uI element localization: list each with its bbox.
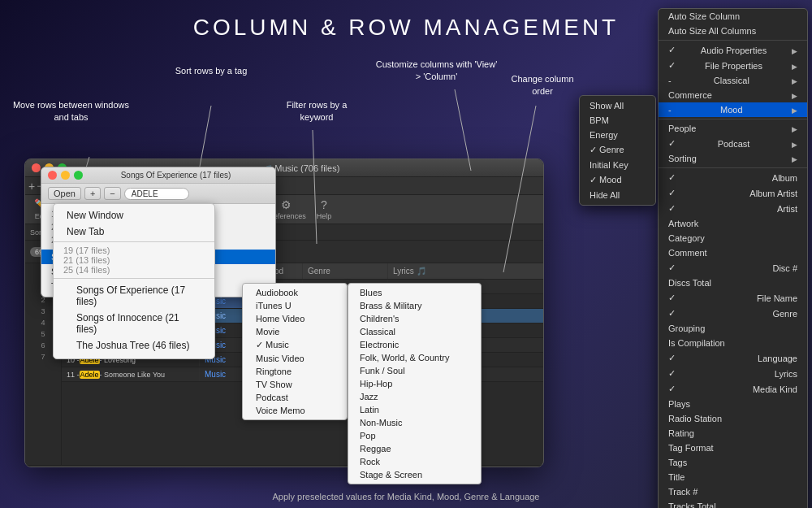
ctx-separator-2: [54, 278, 214, 279]
sub-mood[interactable]: Mood: [580, 172, 655, 188]
col-auto-size[interactable]: Auto Size Column: [659, 9, 807, 24]
gd-jazz[interactable]: Jazz: [348, 390, 481, 403]
sub-bpm[interactable]: BPM: [580, 113, 655, 128]
popup-minimize-button[interactable]: [61, 171, 70, 180]
popup-remove-button[interactable]: −: [104, 187, 120, 200]
gd-rock[interactable]: Rock: [348, 455, 481, 468]
annotation-filter-rows: Filter rows by a keyword: [272, 99, 361, 124]
popup-maximize-button[interactable]: [74, 171, 83, 180]
mood-submenu: Show All BPM Energy Genre Initial Key Mo…: [579, 95, 656, 206]
gd-classical[interactable]: Classical: [348, 325, 481, 338]
md-audiobook[interactable]: Audiobook: [243, 286, 347, 299]
gd-stage-screen[interactable]: Stage & Screen: [348, 468, 481, 481]
popup-add-button[interactable]: +: [84, 187, 101, 200]
col-tracks-total[interactable]: Tracks Total: [659, 499, 807, 508]
context-menu: New Window New Tab 19 (17 files) 21 (13 …: [53, 203, 215, 359]
popup-title: Songs Of Experience (17 files): [83, 171, 269, 180]
popup-close-button[interactable]: [48, 171, 57, 180]
col-tag-format[interactable]: Tag Format: [659, 441, 807, 455]
sub-show-all[interactable]: Show All: [580, 98, 655, 113]
gd-brass-military[interactable]: Brass & Military: [348, 299, 481, 312]
gd-pop[interactable]: Pop: [348, 429, 481, 442]
ctx-separator: [54, 241, 214, 242]
col-header-genre[interactable]: Genre: [303, 263, 388, 279]
help-button[interactable]: ? Help: [313, 197, 336, 222]
md-movie[interactable]: Movie: [243, 325, 347, 338]
col-podcast[interactable]: Podcast: [659, 136, 807, 151]
col-artist[interactable]: Artist: [659, 201, 807, 216]
md-tv-show[interactable]: TV Show: [243, 378, 347, 391]
gd-childrens[interactable]: Children's: [348, 312, 481, 325]
col-header-lyrics[interactable]: Lyrics 🎵: [388, 263, 477, 279]
gd-reggae[interactable]: Reggae: [348, 442, 481, 455]
sub-energy[interactable]: Energy: [580, 128, 655, 142]
col-audio-properties[interactable]: Audio Properties: [659, 42, 807, 58]
gd-blues[interactable]: Blues: [348, 286, 481, 299]
popup-search-input[interactable]: [124, 188, 189, 200]
col-album-artist[interactable]: Album Artist: [659, 185, 807, 201]
col-is-compilation[interactable]: Is Compilation: [659, 336, 807, 350]
col-comment[interactable]: Comment: [659, 245, 807, 260]
annotation-change-order: Change column order: [502, 73, 583, 98]
col-discs-total[interactable]: Discs Total: [659, 276, 807, 290]
md-podcast[interactable]: Podcast: [243, 391, 347, 404]
col-plays[interactable]: Plays: [659, 397, 807, 411]
col-people[interactable]: People: [659, 121, 807, 136]
popup-titlebar: Songs Of Experience (17 files): [41, 167, 275, 184]
ctx-songs-of-experience[interactable]: Songs Of Experience (17 files): [63, 282, 205, 310]
gd-electronic[interactable]: Electronic: [348, 338, 481, 351]
md-music-video[interactable]: Music Video: [243, 352, 347, 365]
md-music[interactable]: Music: [243, 338, 347, 352]
col-title[interactable]: Title: [659, 470, 807, 484]
close-button[interactable]: [32, 163, 41, 172]
col-rating[interactable]: Rating: [659, 426, 807, 441]
col-genre[interactable]: Genre: [659, 306, 807, 321]
col-classical[interactable]: Classical: [659, 73, 807, 88]
gd-folk-world[interactable]: Folk, World, & Country: [348, 351, 481, 364]
col-mood[interactable]: Mood: [659, 102, 807, 117]
col-language[interactable]: Language: [659, 350, 807, 366]
add-tab-button[interactable]: +: [28, 180, 35, 192]
col-lyrics[interactable]: Lyrics: [659, 366, 807, 381]
col-grouping[interactable]: Grouping: [659, 321, 807, 336]
annotation-sort-rows: Sort rows by a tag: [171, 65, 252, 77]
gd-funk-soul[interactable]: Funk / Soul: [348, 364, 481, 377]
col-artwork[interactable]: Artwork: [659, 216, 807, 231]
popup-open-button[interactable]: Open: [48, 187, 81, 200]
md-ringtone[interactable]: Ringtone: [243, 365, 347, 378]
column-menu: Auto Size Column Auto Size All Columns A…: [658, 8, 808, 508]
ctx-joshua-tree[interactable]: The Joshua Tree (46 files): [63, 337, 205, 354]
md-voice-memo[interactable]: Voice Memo: [243, 404, 347, 417]
col-category[interactable]: Category: [659, 231, 807, 245]
col-track-num[interactable]: Track #: [659, 484, 807, 499]
ctx-window-list: Songs Of Experience (17 files) Songs of …: [54, 280, 214, 355]
md-home-video[interactable]: Home Video: [243, 312, 347, 325]
col-radio-station[interactable]: Radio Station: [659, 411, 807, 426]
gd-latin[interactable]: Latin: [348, 403, 481, 416]
sub-hide-all[interactable]: Hide All: [580, 188, 655, 202]
col-disc-num[interactable]: Disc #: [659, 260, 807, 276]
popup-toolbar: Open + −: [41, 184, 275, 204]
ctx-new-window[interactable]: New Window: [54, 207, 214, 224]
ctx-songs-of-innocence[interactable]: Songs of Innocence (21 files): [63, 310, 205, 337]
col-auto-size-all[interactable]: Auto Size All Columns: [659, 24, 807, 38]
col-commerce[interactable]: Commerce: [659, 88, 807, 102]
col-file-properties[interactable]: File Properties: [659, 58, 807, 73]
annotation-customize-cols: Customize columns with 'View' > 'Column': [374, 59, 499, 84]
annotation-move-rows: Move rows between windows and tabs: [8, 99, 134, 124]
gd-hiphop[interactable]: Hip-Hop: [348, 377, 481, 390]
popup-traffic-lights: [48, 171, 83, 180]
col-file-name[interactable]: File Name: [659, 290, 807, 306]
col-media-kind[interactable]: Media Kind: [659, 381, 807, 397]
sub-initial-key[interactable]: Initial Key: [580, 158, 655, 172]
ctx-new-tab[interactable]: New Tab: [54, 224, 214, 240]
gd-nonmusic[interactable]: Non-Music: [348, 416, 481, 429]
sub-genre[interactable]: Genre: [580, 142, 655, 158]
md-itunes-u[interactable]: iTunes U: [243, 299, 347, 312]
media-kind-dropdown: Audiobook iTunes U Home Video Movie Musi…: [242, 283, 348, 420]
col-menu-sep-3: [659, 167, 807, 168]
col-album[interactable]: Album: [659, 170, 807, 185]
col-tags[interactable]: Tags: [659, 455, 807, 470]
col-menu-sep-2: [659, 119, 807, 119]
col-sorting[interactable]: Sorting: [659, 151, 807, 166]
